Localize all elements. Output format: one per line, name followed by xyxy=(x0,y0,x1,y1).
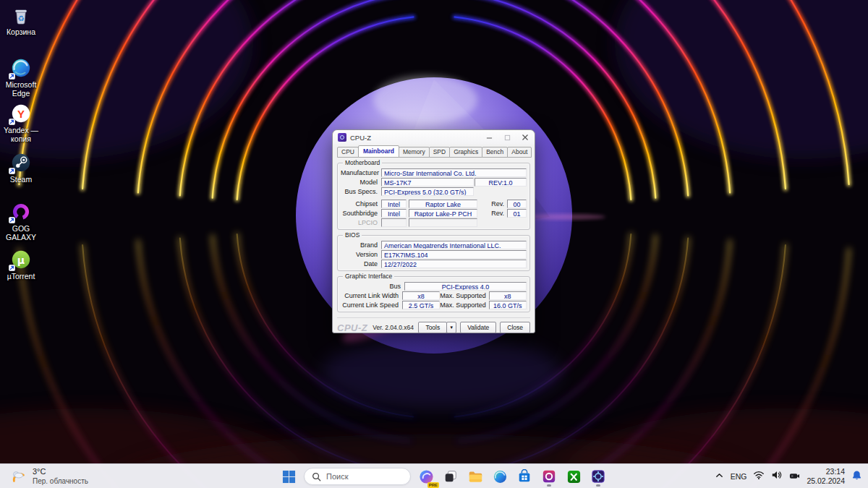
manufacturer-label: Manufacturer xyxy=(341,169,381,176)
cpuz-titlebar[interactable]: CPU-Z xyxy=(333,130,535,145)
group-title: Graphic Interface xyxy=(343,273,394,280)
tab-graphics[interactable]: Graphics xyxy=(449,147,482,158)
chipset-rev-label: Rev. xyxy=(491,200,507,207)
desktop-icon-label: Корзина xyxy=(0,27,42,36)
tab-mainboard[interactable]: Mainboard xyxy=(358,145,399,158)
southbridge-vendor-value: Intel xyxy=(381,209,407,218)
clock-widget[interactable]: 23:14 25.02.2024 xyxy=(807,467,845,485)
tools-button[interactable]: Tools xyxy=(418,322,447,333)
yandex-icon: Y xyxy=(10,103,32,124)
model-label: Model xyxy=(341,179,381,186)
gi-bus-value: PCI-Express 4.0 xyxy=(404,282,527,291)
shortcut-arrow-icon xyxy=(9,168,15,174)
desktop-icon-steam[interactable]: Steam xyxy=(0,152,42,184)
chipset-name-value: Raptor Lake xyxy=(409,200,477,208)
lpcio-name-value xyxy=(409,218,477,227)
weather-condition: Пер. облачность xyxy=(33,477,88,487)
southbridge-rev-label: Rev. xyxy=(491,210,507,217)
chevron-up-icon xyxy=(715,471,724,480)
tab-bench[interactable]: Bench xyxy=(482,147,508,158)
bios-version-label: Version xyxy=(341,251,381,258)
volume-button[interactable] xyxy=(771,470,783,483)
desktop-icon-utorrent[interactable]: µ µTorrent xyxy=(0,249,42,281)
model-value: MS-17K7 xyxy=(381,178,474,187)
tab-spd[interactable]: SPD xyxy=(429,147,450,158)
wifi-button[interactable] xyxy=(753,470,765,483)
southbridge-rev-value: 01 xyxy=(507,209,527,218)
southbridge-name-value: Raptor Lake-P PCH xyxy=(409,209,477,218)
file-explorer-button[interactable] xyxy=(466,466,485,487)
xbox-button[interactable] xyxy=(564,466,583,487)
shortcut-arrow-icon xyxy=(9,265,15,271)
start-button[interactable] xyxy=(279,466,298,487)
system-tray: ENG 23:14 xyxy=(715,464,862,488)
edge-taskbar-button[interactable] xyxy=(490,466,509,487)
cpuz-taskbar-button[interactable] xyxy=(589,466,608,487)
copilot-button[interactable]: PRE xyxy=(417,466,435,487)
bios-version-value: E17K7IMS.104 xyxy=(381,250,527,259)
language-indicator[interactable]: ENG xyxy=(731,472,747,481)
xbox-icon xyxy=(566,469,582,484)
desktop: ♻ Корзина Microsoft Edge xyxy=(0,0,868,488)
desktop-icon-gog-galaxy[interactable]: GOG GALAXY xyxy=(0,201,42,242)
svg-text:µ: µ xyxy=(17,254,25,266)
speaker-icon xyxy=(771,470,783,480)
cpuz-window: CPU-Z CPU Mainboard Memory SPD Graphics … xyxy=(332,129,535,333)
weather-icon xyxy=(9,467,27,486)
taskbar-center: PRE xyxy=(279,464,608,488)
shortcut-arrow-icon xyxy=(9,73,15,80)
close-button[interactable]: Close xyxy=(500,322,530,333)
tab-cpu[interactable]: CPU xyxy=(337,147,359,158)
minimize-button[interactable] xyxy=(485,133,493,142)
bios-date-label: Date xyxy=(341,260,381,267)
search-icon xyxy=(312,472,321,481)
weather-widget[interactable]: 3°C Пер. облачность xyxy=(9,464,88,488)
edge-icon xyxy=(493,469,508,484)
cpuz-icon xyxy=(591,469,605,484)
notifications-button[interactable] xyxy=(851,470,862,484)
tray-app-icon[interactable] xyxy=(789,470,800,483)
close-icon[interactable] xyxy=(521,133,529,142)
wifi-icon xyxy=(753,470,765,480)
microsoft-store-icon xyxy=(517,469,532,484)
group-title: BIOS xyxy=(343,231,362,239)
chipset-vendor-value: Intel xyxy=(381,200,407,208)
bios-brand-label: Brand xyxy=(341,241,381,249)
running-indicator xyxy=(596,484,600,487)
gi-speed-max-value: 16.0 GT/s xyxy=(489,301,527,309)
recycle-bin-icon: ♻ xyxy=(10,4,32,26)
gog-galaxy-taskbar-button[interactable] xyxy=(540,466,558,487)
copilot-pre-badge: PRE xyxy=(427,482,439,488)
task-view-button[interactable] xyxy=(441,466,460,487)
search-input[interactable] xyxy=(326,472,399,481)
tools-dropdown-button[interactable]: ▼ xyxy=(446,322,456,333)
desktop-icon-edge[interactable]: Microsoft Edge xyxy=(0,57,42,98)
shortcut-arrow-icon xyxy=(9,217,15,223)
tray-chevron-button[interactable] xyxy=(715,470,724,483)
manufacturer-value: Micro-Star International Co. Ltd. xyxy=(381,168,527,177)
gi-width-max-label: Max. Supported xyxy=(440,292,489,299)
cpuz-app-icon xyxy=(338,133,346,142)
desktop-icon-yandex[interactable]: Y Yandex — копия xyxy=(0,103,42,144)
task-view-icon xyxy=(443,469,458,484)
cpuz-footer: CPU-Z Ver. 2.04.0.x64 Tools ▼ Validate C… xyxy=(337,317,530,333)
tab-about[interactable]: About xyxy=(507,147,532,158)
gi-speed-value: 2.5 GT/s xyxy=(402,301,440,309)
cpuz-logo: CPU-Z xyxy=(337,322,367,333)
model-rev-value: REV:1.0 xyxy=(475,178,527,187)
tab-memory[interactable]: Memory xyxy=(399,147,430,158)
gi-width-value: x8 xyxy=(402,291,440,300)
cpuz-version: Ver. 2.04.0.x64 xyxy=(373,324,414,331)
window-title: CPU-Z xyxy=(350,134,371,142)
validate-button[interactable]: Validate xyxy=(460,322,496,333)
microsoft-store-button[interactable] xyxy=(515,466,534,487)
taskbar-search[interactable] xyxy=(304,468,411,485)
desktop-icon-recycle-bin[interactable]: ♻ Корзина xyxy=(0,4,42,36)
chipset-rev-value: 00 xyxy=(507,200,527,208)
chipset-label: Chipset xyxy=(341,200,381,207)
tray-time: 23:14 xyxy=(807,467,845,476)
taskbar: 3°C Пер. облачность xyxy=(0,463,868,488)
maximize-button[interactable] xyxy=(503,133,511,142)
utorrent-icon: µ xyxy=(10,249,32,270)
bell-icon xyxy=(851,470,862,481)
